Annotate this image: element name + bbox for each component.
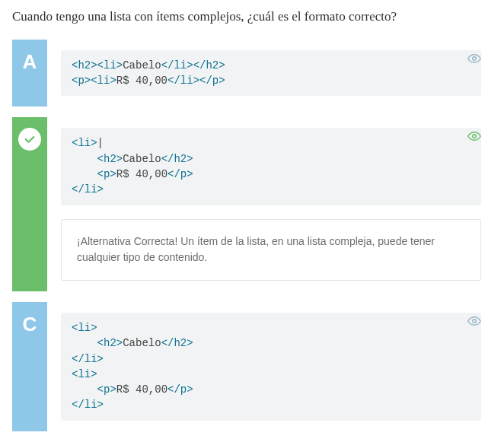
feedback-text: ¡Alternativa Correcta! Un ítem de la lis… (61, 219, 481, 281)
option-c[interactable]: C <li> <h2>Cabelo</h2> </li> <li> <p>R$ … (12, 302, 492, 431)
eye-icon[interactable] (467, 52, 481, 65)
svg-point-0 (473, 57, 477, 61)
option-b-label (12, 117, 47, 291)
check-icon (18, 128, 41, 151)
code-block: <h2><li>Cabelo</li></h2> <p><li>R$ 40,00… (61, 50, 481, 97)
question-text: Cuando tengo una lista con ítems complej… (12, 8, 492, 26)
option-c-body: <li> <h2>Cabelo</h2> </li> <li> <p>R$ 40… (47, 302, 492, 431)
svg-point-1 (473, 135, 477, 138)
option-b[interactable]: <li>| <h2>Cabelo</h2> <p>R$ 40,00</p> </… (12, 117, 492, 291)
option-a[interactable]: A <h2><li>Cabelo</li></h2> <p><li>R$ 40,… (12, 40, 492, 107)
option-c-label: C (12, 302, 47, 431)
code-block: <li>| <h2>Cabelo</h2> <p>R$ 40,00</p> </… (61, 128, 481, 205)
eye-icon[interactable] (467, 129, 481, 143)
code-block: <li> <h2>Cabelo</h2> </li> <li> <p>R$ 40… (61, 313, 481, 421)
svg-point-2 (473, 320, 477, 323)
option-a-body: <h2><li>Cabelo</li></h2> <p><li>R$ 40,00… (47, 40, 492, 107)
option-b-body: <li>| <h2>Cabelo</h2> <p>R$ 40,00</p> </… (47, 117, 492, 291)
eye-icon[interactable] (467, 314, 481, 328)
option-a-label: A (12, 40, 47, 107)
